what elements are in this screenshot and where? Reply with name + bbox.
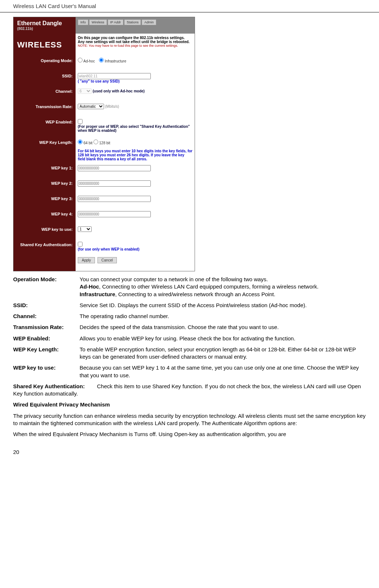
field-trans-rate: Automatic (Mbits/s) (76, 102, 195, 118)
field-wep-key-2 (76, 179, 195, 194)
intro-note: NOTE: You may have to re-load this page … (78, 44, 192, 47)
input-ssid[interactable] (78, 73, 151, 79)
def-text-wep-key-length: To enable WEP encryption function, selec… (80, 346, 366, 361)
ss-header: Ethernet Dangle (802.11b) Info Wireless … (14, 17, 195, 34)
ss-intro: WIRELESS On this page you can configure … (14, 34, 195, 56)
row-shared-key: Shared Key Authentication: (for use only… (14, 240, 195, 256)
infra-text: , Connecting to a wired/wireless network… (115, 291, 276, 297)
row-trans-rate: Transmission Rate: Automatic (Mbits/s) (14, 102, 195, 118)
row-buttons: Apply Cancel (14, 256, 195, 271)
hint-ssid: ( "any" to use any SSID) (78, 79, 120, 83)
input-wep-key-4[interactable] (78, 211, 151, 217)
doc-title: Wireless LAN Card User's Manual (13, 3, 96, 9)
field-wep-key-4 (76, 210, 195, 225)
def-text-trans-rate: Decides the speed of the data transmissi… (80, 324, 366, 331)
wep-mechanism-p2: When the wired Equivalent Privacy Mechan… (13, 431, 366, 438)
unit-trans-rate: (Mbits/s) (105, 104, 119, 108)
checkbox-wep-enabled[interactable] (78, 119, 83, 124)
hint-wep-enabled: (For proper use of WEP, also select "Sha… (78, 125, 190, 133)
label-wep-key-3: WEP key 3: (14, 194, 76, 210)
field-wep-key-use: 1 (76, 225, 195, 240)
op-mode-line1: You can connect your computer to a netwo… (80, 276, 268, 282)
tab-admin[interactable]: Admin (142, 19, 156, 25)
label-wep-key-1: WEP key 1: (14, 164, 76, 179)
wep-mechanism-p1: The privacy security function can enhanc… (13, 412, 366, 427)
def-label-trans-rate: Transmission Rate: (13, 324, 80, 331)
row-wep-enabled: WEP Enabled: (For proper use of WEP, als… (14, 118, 195, 138)
row-wep-key-use: WEP key to use: 1 (14, 225, 195, 240)
label-trans-rate: Transmission Rate: (14, 102, 76, 118)
def-text-ssid: Service Set ID. Displays the current SSI… (80, 302, 366, 309)
def-label-channel: Channel: (13, 313, 80, 320)
opt-64bit: 64 bit (84, 141, 92, 145)
field-operating-mode: Ad-hoc Infrastructure (76, 56, 195, 72)
tab-ipaddr[interactable]: IP Addr (108, 19, 123, 25)
device-name: Ethernet Dangle (17, 20, 72, 27)
def-channel: Channel: The operating radio channel num… (13, 313, 366, 320)
row-wep-key-4: WEP key 4: (14, 210, 195, 225)
tab-stations[interactable]: Stations (124, 19, 141, 25)
row-wep-key-1: WEP key 1: (14, 164, 195, 179)
select-wep-key-use[interactable]: 1 (78, 226, 92, 232)
intro-text-block: On this page you can configure the 802.1… (76, 34, 195, 56)
def-wep-key-use: WEP key to use: Because you can set WEP … (13, 364, 366, 379)
section-title: WIRELESS (14, 34, 76, 56)
def-label-operation-mode: Operation Mode: (13, 276, 80, 298)
def-text-operation-mode: You can connect your computer to a netwo… (80, 276, 366, 298)
label-wep-key-2: WEP key 2: (14, 179, 76, 194)
label-wep-key-length: WEP Key Length: (14, 138, 76, 164)
input-wep-key-3[interactable] (78, 196, 151, 202)
config-screenshot: Ethernet Dangle (802.11b) Info Wireless … (13, 17, 195, 271)
field-buttons: Apply Cancel (76, 256, 195, 271)
field-wep-key-length: 64 bit 128 bit For 64 bit keys you must … (76, 138, 195, 164)
checkbox-shared-key[interactable] (78, 242, 83, 247)
field-channel: 6 (used only with Ad-hoc mode) (76, 87, 195, 102)
cancel-button[interactable]: Cancel (97, 257, 117, 263)
def-shared-key: Shared Key Authentication: Check this it… (13, 383, 366, 398)
radio-64bit[interactable] (78, 140, 83, 144)
opt-128bit: 128 bit (99, 141, 110, 145)
def-operation-mode: Operation Mode: You can connect your com… (13, 276, 366, 298)
radio-adhoc[interactable] (78, 58, 83, 62)
tab-wireless[interactable]: Wireless (89, 19, 107, 25)
label-wep-key-use: WEP key to use: (14, 225, 76, 240)
row-ssid: SSID: ( "any" to use any SSID) (14, 72, 195, 87)
field-shared-key: (for use only when WEP is enabled) (76, 240, 195, 256)
row-wep-key-3: WEP key 3: (14, 194, 195, 210)
def-trans-rate: Transmission Rate: Decides the speed of … (13, 324, 366, 331)
select-trans-rate[interactable]: Automatic (78, 104, 104, 109)
def-wep-enabled: WEP Enabled: Allows you to enable WEP ke… (13, 335, 366, 342)
input-wep-key-2[interactable] (78, 180, 151, 187)
input-wep-key-1[interactable] (78, 165, 151, 171)
row-operating-mode: Operating Mode: Ad-hoc Infrastructure (14, 56, 195, 72)
radio-infra[interactable] (99, 58, 104, 62)
adhoc-text: , Connecting to other Wireless LAN Card … (99, 283, 318, 290)
row-channel: Channel: 6 (used only with Ad-hoc mode) (14, 87, 195, 102)
radio-128bit[interactable] (93, 140, 98, 144)
hint-shared-key: (for use only when WEP is enabled) (78, 247, 139, 251)
def-wep-key-length: WEP Key Length: To enable WEP encryption… (13, 346, 366, 361)
wep-mechanism-heading: Wired Equivalent Privacy Mechanism (13, 401, 366, 408)
label-operating-mode: Operating Mode: (14, 56, 76, 72)
label-wep-key-4: WEP key 4: (14, 210, 76, 225)
field-wep-key-3 (76, 194, 195, 210)
label-shared-key: Shared Key Authentication: (14, 240, 76, 256)
def-label-wep-enabled: WEP Enabled: (13, 335, 80, 342)
select-channel[interactable]: 6 (78, 88, 92, 94)
apply-button[interactable]: Apply (78, 257, 95, 263)
label-channel: Channel: (14, 87, 76, 102)
label-ssid: SSID: (14, 72, 76, 87)
infra-label: Infrastructure (80, 291, 115, 297)
def-label-wep-key-length: WEP Key Length: (13, 346, 80, 361)
tab-area: Info Wireless IP Addr Stations Admin (76, 17, 195, 34)
def-label-shared-key: Shared Key Authentication: (13, 383, 85, 389)
row-wep-key-2: WEP key 2: (14, 179, 195, 194)
opt-adhoc: Ad-hoc (83, 59, 95, 63)
doc-header: Wireless LAN Card User's Manual (0, 0, 379, 12)
tab-info[interactable]: Info (78, 19, 88, 25)
device-sub: (802.11b) (17, 27, 72, 31)
field-ssid: ( "any" to use any SSID) (76, 72, 195, 87)
label-wep-enabled: WEP Enabled: (14, 118, 76, 138)
intro-text: On this page you can configure the 802.1… (78, 36, 192, 44)
adhoc-label: Ad-Hoc (80, 283, 99, 290)
